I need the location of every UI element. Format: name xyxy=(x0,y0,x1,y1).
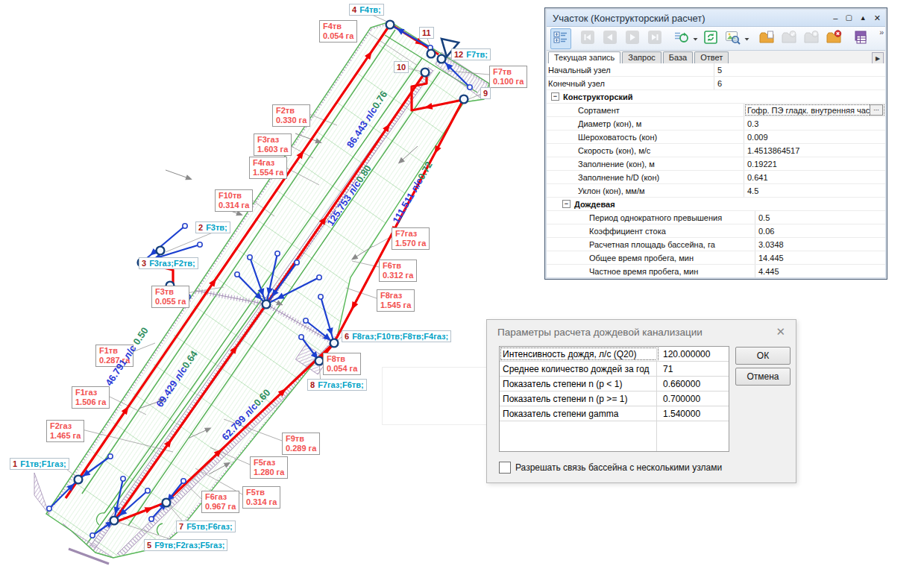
param-value[interactable]: 0.660000 xyxy=(659,379,729,389)
property-value[interactable]: Гофр. ПЭ гладк. внутренняя часть... xyxy=(744,104,885,116)
collapse-icon[interactable]: − xyxy=(562,200,571,208)
node-icon[interactable] xyxy=(75,476,83,484)
param-label: Показатель степени gamma xyxy=(500,406,659,421)
property-value[interactable]: 0.19221 xyxy=(744,157,885,170)
record-tree-toggle-button[interactable] xyxy=(550,28,571,49)
node-icon[interactable] xyxy=(460,95,468,104)
tab-Ответ[interactable]: Ответ xyxy=(694,51,729,64)
property-group-row[interactable]: −Конструкторский xyxy=(547,90,885,104)
param-row[interactable]: Показатель степени gamma1.540000 xyxy=(500,406,729,421)
property-row[interactable]: Заполнение (кон), м0.19221 xyxy=(547,157,885,171)
refresh-query-button[interactable] xyxy=(671,28,692,49)
refresh-query-caret-icon[interactable] xyxy=(693,30,700,48)
drawing-area[interactable]: F4тв0.054 гаF7тв0.100 гаF2тв0.330 гаF3га… xyxy=(0,0,541,566)
node-icon[interactable] xyxy=(263,301,271,309)
ellipsis-button[interactable]: ... xyxy=(870,104,883,116)
param-row[interactable]: Показатель степени n (p >= 1)0.700000 xyxy=(500,392,729,406)
property-value[interactable]: 0.009 xyxy=(744,131,885,143)
tab-Запрос[interactable]: Запрос xyxy=(622,51,661,64)
property-group-row[interactable]: −Дождевая xyxy=(547,198,885,211)
param-row[interactable]: Интенсивность дождя, л/с (Q20)120.000000 xyxy=(500,347,729,362)
refresh-button[interactable] xyxy=(700,28,721,49)
node-icon[interactable] xyxy=(438,55,446,63)
node-icon[interactable] xyxy=(157,247,165,255)
dialog-titlebar[interactable]: Параметры расчета дождевой канализации ✕ xyxy=(487,320,796,344)
ok-button[interactable]: ОК xyxy=(735,347,791,365)
tab-scroll-right-icon[interactable]: ▶ xyxy=(872,52,884,64)
node-icon[interactable] xyxy=(386,21,395,29)
preview-button[interactable] xyxy=(723,28,744,49)
preview-caret-icon[interactable] xyxy=(744,30,751,48)
panel-titlebar[interactable]: Участок (Конструкторский расчет) – ▢ ▲ ✕ xyxy=(547,10,885,27)
cancel-button[interactable]: Отмена xyxy=(735,368,791,386)
delete-record-button[interactable] xyxy=(823,28,844,49)
property-row[interactable]: Частное время пробега, мин4.445 xyxy=(547,265,885,277)
collapse-icon[interactable]: − xyxy=(551,92,559,101)
property-value[interactable]: 0.06 xyxy=(755,224,885,237)
param-value[interactable]: 120.000000 xyxy=(659,349,729,359)
node-icon[interactable] xyxy=(330,339,339,348)
minimize-button[interactable]: – xyxy=(833,13,837,23)
refresh-icon xyxy=(703,30,718,48)
property-row[interactable]: Заполнение h/D (кон)0.641 xyxy=(547,171,885,184)
property-label: Расчетная площадь бассейна, га xyxy=(547,238,755,251)
property-row[interactable]: Расчетная площадь бассейна, га3.0348 xyxy=(547,238,885,251)
property-label: Период однократного превышения xyxy=(547,211,755,224)
property-value[interactable]: 6 xyxy=(714,77,885,89)
allow-multi-node-checkbox[interactable] xyxy=(499,462,511,474)
dialog-close-icon[interactable]: ✕ xyxy=(776,325,785,339)
next-record-button xyxy=(622,28,643,49)
param-label: Показатель степени n (p >= 1) xyxy=(500,392,659,406)
first-record-button xyxy=(577,28,598,49)
property-value[interactable]: 0.5 xyxy=(755,211,885,224)
property-value[interactable]: 0.641 xyxy=(744,171,885,183)
node-icon[interactable] xyxy=(138,259,146,267)
param-value[interactable]: 0.700000 xyxy=(659,394,729,404)
rain-params-dialog: Параметры расчета дождевой канализации ✕… xyxy=(486,319,796,483)
property-row[interactable]: Шероховатость (кон)0.009 xyxy=(547,131,885,144)
property-value[interactable]: 14.445 xyxy=(755,251,885,264)
node-icon[interactable] xyxy=(427,50,436,58)
property-row[interactable]: Период однократного превышения0.5 xyxy=(547,211,885,224)
property-label: Сортамент xyxy=(547,104,744,116)
property-value[interactable]: 0.3 xyxy=(744,117,885,130)
property-value[interactable]: 4.5 xyxy=(744,184,885,197)
property-value[interactable]: 3.0348 xyxy=(755,238,885,251)
property-label: Скорость (кон), м/с xyxy=(547,144,744,157)
property-value[interactable]: 1.4513864517 xyxy=(744,144,885,157)
node-icon[interactable] xyxy=(421,69,430,77)
property-row[interactable]: Общее время пробега, мин14.445 xyxy=(547,251,885,265)
param-row[interactable]: Показатель степени n (p < 1)0.660000 xyxy=(500,377,729,392)
rollup-button[interactable]: ▲ xyxy=(860,13,867,23)
node-icon[interactable] xyxy=(110,517,119,525)
property-value[interactable] xyxy=(728,198,885,210)
property-row[interactable]: Конечный узел6 xyxy=(547,77,885,90)
new-record-button[interactable] xyxy=(756,28,777,49)
param-value[interactable]: 71 xyxy=(659,364,729,374)
property-row[interactable]: Уклон (кон), мм/м4.5 xyxy=(547,184,885,198)
property-row[interactable]: Начальный узел5 xyxy=(547,63,885,77)
form-view-button[interactable] xyxy=(850,28,871,49)
property-row[interactable]: СортаментГофр. ПЭ гладк. внутренняя част… xyxy=(547,104,885,117)
node-icon[interactable] xyxy=(166,282,175,290)
last-record-button xyxy=(644,28,665,49)
close-button[interactable]: ✕ xyxy=(874,13,881,23)
property-row[interactable]: Диаметр (кон), м0.3 xyxy=(547,117,885,131)
last-record-icon xyxy=(647,30,662,48)
property-row[interactable]: Скорость (кон), м/с1.4513864517 xyxy=(547,144,885,157)
property-value[interactable] xyxy=(717,90,885,103)
param-row[interactable]: Среднее количество дождей за год71 xyxy=(500,362,729,377)
property-label: Заполнение h/D (кон) xyxy=(547,171,744,183)
property-value[interactable]: 4.445 xyxy=(755,265,885,277)
node-icon[interactable] xyxy=(163,499,171,507)
maximize-button[interactable]: ▢ xyxy=(845,13,852,23)
param-value[interactable]: 1.540000 xyxy=(659,409,729,419)
property-value[interactable]: 5 xyxy=(714,63,885,76)
toolbar-overflow-chevron[interactable]: ›› xyxy=(879,28,883,37)
node-icon[interactable] xyxy=(315,357,324,365)
tab-База[interactable]: База xyxy=(663,51,693,64)
property-row[interactable]: Коэффициент стока0.06 xyxy=(547,224,885,238)
panel-title: Участок (Конструкторский расчет) xyxy=(553,13,833,24)
property-grid: Начальный узел5Конечный узел6−Конструкто… xyxy=(547,63,885,277)
property-label: Шероховатость (кон) xyxy=(547,131,744,143)
